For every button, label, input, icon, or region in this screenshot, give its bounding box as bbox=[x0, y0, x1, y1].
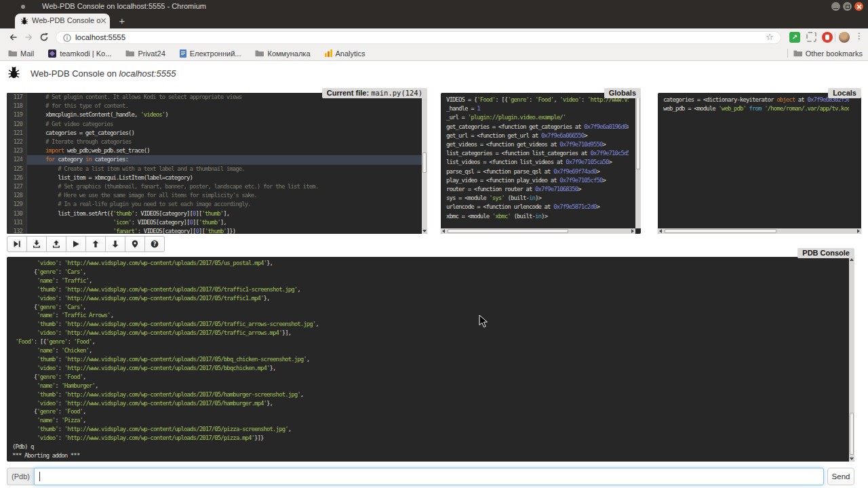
variable-line: list_videos = <function list_videos at 0… bbox=[446, 158, 629, 167]
other-bookmarks-button[interactable]: Other bookmarks bbox=[793, 49, 863, 58]
console-vertical-scrollbar[interactable] bbox=[849, 257, 854, 462]
app-indicator-dot bbox=[21, 5, 25, 9]
kodi-icon bbox=[48, 49, 56, 58]
bookmark-teamkodi[interactable]: teamkodi | Ko... bbox=[48, 49, 111, 58]
step-forward-icon bbox=[13, 240, 21, 248]
bookmark-star-icon[interactable]: ☆ bbox=[766, 32, 774, 42]
code-line: 128 # Here we use the same image for all… bbox=[7, 191, 422, 200]
bookmark-kommunalka[interactable]: Коммуналка bbox=[255, 49, 310, 58]
console-line: 'video': 'http://www.vidsplay.com/wp-con… bbox=[12, 434, 842, 443]
console-line: 'video': 'http://www.vidsplay.com/wp-con… bbox=[12, 399, 842, 408]
console-output: 'video': 'http://www.vidsplay.com/wp-con… bbox=[12, 259, 842, 459]
tab-close-icon[interactable] bbox=[100, 18, 106, 24]
bookmark-mail[interactable]: Mail bbox=[8, 49, 34, 58]
console-line: 'name': 'Chicken', bbox=[12, 346, 842, 355]
code-line: 124 for category in categories: bbox=[7, 155, 422, 164]
pdb-prompt-label: (Pdb) bbox=[7, 468, 34, 485]
variable-line: xbmc = <module 'xbmc' (built-in)> bbox=[446, 212, 629, 221]
text-caret bbox=[39, 472, 40, 481]
pdb-prompt-row: (Pdb) Send bbox=[7, 468, 854, 485]
globals-panel: Globals VIDEOS = {'Food': [{'genre': 'Fo… bbox=[441, 88, 641, 234]
window-maximize-button[interactable] bbox=[843, 2, 852, 11]
globals-vertical-scrollbar[interactable] bbox=[635, 93, 641, 228]
variable-line: router = <function router at 0x7f9e71068… bbox=[446, 185, 629, 194]
browser-tab[interactable]: Web-PDB Console on loca bbox=[15, 14, 110, 28]
url-text[interactable]: localhost:5555 bbox=[75, 33, 125, 41]
locals-view: categories = <dictionary-keyiterator obj… bbox=[658, 93, 861, 234]
address-bar[interactable]: localhost:5555 ☆ bbox=[56, 31, 781, 44]
code-line: 118 # for this type of content. bbox=[7, 102, 422, 110]
console-line: 'thumb': 'http://www.vidsplay.com/wp-con… bbox=[12, 425, 842, 434]
pdb-console-label: PDB Console bbox=[797, 248, 854, 258]
page-title: Web-PDB Console on localhost:5555 bbox=[31, 68, 176, 79]
variable-line: _handle = 1 bbox=[446, 104, 629, 113]
variable-line: get_url = <function get_url at 0x7f9e6a0… bbox=[446, 131, 629, 140]
globals-lines: VIDEOS = {'Food': [{'genre': 'Food', 'vi… bbox=[446, 96, 629, 226]
new-tab-button[interactable]: + bbox=[115, 14, 129, 28]
current-file-label: Current file: main.py(124) bbox=[322, 88, 427, 98]
console-line: {'genre': 'Cars', bbox=[12, 303, 842, 312]
console-line: 'name': 'Traffic Arrows', bbox=[12, 311, 842, 320]
code-lines: 117 # Set plugin content. It allows Kodi… bbox=[7, 93, 422, 234]
arrow-down-icon bbox=[111, 240, 119, 248]
console-line: {'genre': 'Food', bbox=[12, 373, 842, 382]
map-marker-icon bbox=[131, 240, 139, 248]
variable-line: categories = <dictionary-keyiterator obj… bbox=[663, 96, 849, 104]
page-info-icon[interactable] bbox=[63, 34, 71, 42]
arrow-up-icon bbox=[92, 240, 100, 248]
folder-icon bbox=[255, 49, 264, 57]
console-line: (Pdb) q bbox=[12, 443, 842, 451]
pdb-console-view: 'video': 'http://www.vidsplay.com/wp-con… bbox=[7, 257, 854, 462]
console-line: 'name': 'Hamburger', bbox=[12, 382, 842, 390]
reload-icon[interactable] bbox=[39, 33, 49, 42]
code-line: 123 import web_pdb;web_pdb.set_trace() bbox=[7, 146, 422, 155]
toolbar-divider bbox=[835, 33, 835, 42]
bookmarks-bar: Mail teamkodi | Ko... Privat24 Електронн… bbox=[0, 46, 868, 61]
forward-icon[interactable] bbox=[24, 33, 34, 42]
bookmark-electronic[interactable]: Електронний... bbox=[180, 49, 241, 58]
help-icon: ? bbox=[151, 240, 159, 248]
pdb-command-input[interactable] bbox=[34, 468, 824, 485]
console-line: 'video': 'http://www.vidsplay.com/wp-con… bbox=[12, 329, 842, 338]
console-line: 'video': 'http://www.vidsplay.com/wp-con… bbox=[12, 294, 842, 303]
window-minimize-button[interactable] bbox=[831, 2, 840, 11]
variable-line: get_categories = <function get_categorie… bbox=[446, 123, 629, 131]
locals-horizontal-scrollbar[interactable] bbox=[658, 228, 861, 234]
folder-icon bbox=[8, 49, 17, 57]
locals-panel: Locals categories = <dictionary-keyitera… bbox=[658, 88, 861, 234]
code-line: 122 # Iterate through categories bbox=[7, 138, 422, 146]
console-line: 'video': 'http://www.vidsplay.com/wp-con… bbox=[12, 364, 842, 373]
step-out-icon bbox=[52, 240, 60, 248]
variable-line: web_pdb = <module 'web_pdb' from '/home/… bbox=[663, 104, 849, 113]
variable-line: VIDEOS = {'Food': [{'genre': 'Food', 'vi… bbox=[446, 96, 629, 104]
tab-title: Web-PDB Console on loca bbox=[32, 16, 101, 24]
step-into-icon bbox=[33, 240, 41, 248]
browser-toolbar: localhost:5555 ☆ ↗ ⋮ bbox=[0, 28, 868, 46]
back-icon[interactable] bbox=[8, 33, 18, 42]
extension-icon-gray[interactable] bbox=[806, 32, 816, 42]
bookmark-analytics[interactable]: Analytics bbox=[325, 49, 366, 58]
console-line: 'thumb': 'http://www.vidsplay.com/wp-con… bbox=[12, 285, 842, 294]
folder-icon bbox=[793, 49, 802, 57]
console-line: 'video': 'http://www.vidsplay.com/wp-con… bbox=[12, 259, 842, 268]
console-line: {'genre': 'Cars', bbox=[12, 268, 842, 277]
code-line: 130 list_item.setArt({'thumb': VIDEOS[ca… bbox=[7, 209, 422, 218]
code-line: 121 categories = get_categories() bbox=[7, 129, 422, 138]
globals-horizontal-scrollbar[interactable] bbox=[441, 228, 635, 234]
send-button[interactable]: Send bbox=[827, 468, 854, 485]
tab-strip: Web-PDB Console on loca + bbox=[0, 14, 868, 28]
bookmark-privat24[interactable]: Privat24 bbox=[125, 49, 165, 58]
code-view: 117 # Set plugin content. It allows Kodi… bbox=[7, 93, 427, 234]
console-line: 'thumb': 'http://www.vidsplay.com/wp-con… bbox=[12, 390, 842, 399]
code-vertical-scrollbar[interactable] bbox=[422, 93, 427, 234]
profile-avatar[interactable] bbox=[839, 32, 850, 43]
code-line: 119 xbmcplugin.setContent(_handle, 'vide… bbox=[7, 110, 422, 119]
browser-menu-icon[interactable]: ⋮ bbox=[855, 31, 863, 41]
extension-icon-red[interactable] bbox=[822, 32, 833, 43]
window-close-button[interactable] bbox=[854, 2, 863, 11]
variable-line: play_video = <function play_video at 0x7… bbox=[446, 176, 629, 185]
code-line: 120 # Get video categories bbox=[7, 120, 422, 129]
extension-icon-green[interactable]: ↗ bbox=[789, 32, 800, 43]
variable-line: urlencode = <function urlencode at 0x7f9… bbox=[446, 203, 629, 211]
svg-text:?: ? bbox=[153, 241, 157, 247]
